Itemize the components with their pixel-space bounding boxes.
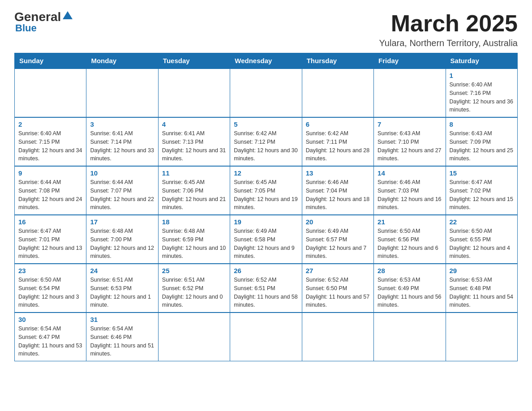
calendar-cell: 21Sunrise: 6:50 AMSunset: 6:56 PMDayligh… [374, 215, 446, 264]
day-info: Sunrise: 6:45 AMSunset: 7:05 PMDaylight:… [234, 178, 298, 212]
day-number: 24 [90, 267, 154, 274]
month-title: March 2025 [379, 11, 518, 36]
calendar-cell [302, 68, 373, 117]
day-info: Sunrise: 6:52 AMSunset: 6:51 PMDaylight:… [234, 276, 298, 309]
day-number: 4 [162, 120, 226, 128]
day-info: Sunrise: 6:51 AMSunset: 6:53 PMDaylight:… [90, 276, 154, 309]
day-number: 13 [306, 169, 370, 177]
day-number: 11 [162, 169, 226, 177]
title-block: March 2025 Yulara, Northern Territory, A… [379, 11, 518, 48]
calendar-cell: 14Sunrise: 6:46 AMSunset: 7:03 PMDayligh… [374, 166, 446, 215]
day-number: 3 [90, 120, 154, 128]
day-number: 26 [234, 267, 298, 274]
weekday-header-thursday: Thursday [302, 53, 373, 69]
day-info: Sunrise: 6:42 AMSunset: 7:11 PMDaylight:… [306, 129, 370, 163]
calendar-cell: 1Sunrise: 6:40 AMSunset: 7:16 PMDaylight… [446, 68, 517, 117]
day-info: Sunrise: 6:50 AMSunset: 6:54 PMDaylight:… [18, 276, 82, 309]
logo-triangle-icon [63, 10, 73, 22]
day-info: Sunrise: 6:44 AMSunset: 7:08 PMDaylight:… [18, 178, 82, 212]
weekday-header-sunday: Sunday [15, 53, 86, 69]
day-info: Sunrise: 6:52 AMSunset: 6:50 PMDaylight:… [306, 276, 370, 309]
calendar-cell [302, 313, 373, 361]
calendar-cell [446, 313, 517, 361]
day-info: Sunrise: 6:42 AMSunset: 7:12 PMDaylight:… [234, 129, 298, 163]
weekday-header-saturday: Saturday [446, 53, 517, 69]
calendar-cell [86, 68, 158, 117]
calendar-cell: 25Sunrise: 6:51 AMSunset: 6:52 PMDayligh… [158, 264, 230, 313]
day-info: Sunrise: 6:46 AMSunset: 7:04 PMDaylight:… [306, 178, 370, 212]
day-info: Sunrise: 6:41 AMSunset: 7:13 PMDaylight:… [162, 129, 226, 163]
day-info: Sunrise: 6:46 AMSunset: 7:03 PMDaylight:… [378, 178, 442, 212]
day-number: 2 [18, 120, 82, 128]
day-info: Sunrise: 6:47 AMSunset: 7:01 PMDaylight:… [18, 227, 82, 261]
day-info: Sunrise: 6:51 AMSunset: 6:52 PMDaylight:… [162, 276, 226, 309]
day-number: 16 [18, 218, 82, 226]
calendar-week-row: 9Sunrise: 6:44 AMSunset: 7:08 PMDaylight… [15, 166, 518, 215]
day-number: 31 [90, 316, 154, 323]
calendar-week-row: 1Sunrise: 6:40 AMSunset: 7:16 PMDaylight… [15, 68, 518, 117]
calendar-cell: 3Sunrise: 6:41 AMSunset: 7:14 PMDaylight… [86, 117, 158, 166]
day-number: 14 [378, 169, 442, 177]
day-number: 6 [306, 120, 370, 128]
calendar-cell: 28Sunrise: 6:53 AMSunset: 6:49 PMDayligh… [374, 264, 446, 313]
calendar-cell: 29Sunrise: 6:53 AMSunset: 6:48 PMDayligh… [446, 264, 517, 313]
calendar-cell: 2Sunrise: 6:40 AMSunset: 7:15 PMDaylight… [15, 117, 86, 166]
day-info: Sunrise: 6:45 AMSunset: 7:06 PMDaylight:… [162, 178, 226, 212]
weekday-header-tuesday: Tuesday [158, 53, 230, 69]
day-info: Sunrise: 6:50 AMSunset: 6:55 PMDaylight:… [450, 227, 514, 261]
calendar-cell [374, 313, 446, 361]
page-header: General Blue March 2025 Yulara, Northern… [14, 11, 518, 48]
day-number: 29 [450, 267, 514, 274]
day-number: 1 [450, 72, 514, 79]
day-number: 15 [450, 169, 514, 177]
day-info: Sunrise: 6:49 AMSunset: 6:57 PMDaylight:… [306, 227, 370, 261]
day-number: 10 [90, 169, 154, 177]
logo-blue-text: Blue [15, 22, 37, 34]
day-info: Sunrise: 6:49 AMSunset: 6:58 PMDaylight:… [234, 227, 298, 261]
day-number: 28 [378, 267, 442, 274]
calendar-cell: 10Sunrise: 6:44 AMSunset: 7:07 PMDayligh… [86, 166, 158, 215]
calendar-cell [158, 68, 230, 117]
calendar-cell: 26Sunrise: 6:52 AMSunset: 6:51 PMDayligh… [230, 264, 302, 313]
calendar-cell: 9Sunrise: 6:44 AMSunset: 7:08 PMDaylight… [15, 166, 86, 215]
day-info: Sunrise: 6:41 AMSunset: 7:14 PMDaylight:… [90, 129, 154, 163]
calendar-cell [15, 68, 86, 117]
calendar-week-row: 30Sunrise: 6:54 AMSunset: 6:47 PMDayligh… [15, 313, 518, 361]
day-info: Sunrise: 6:48 AMSunset: 6:59 PMDaylight:… [162, 227, 226, 261]
calendar-cell: 11Sunrise: 6:45 AMSunset: 7:06 PMDayligh… [158, 166, 230, 215]
calendar-cell: 7Sunrise: 6:43 AMSunset: 7:10 PMDaylight… [374, 117, 446, 166]
day-info: Sunrise: 6:53 AMSunset: 6:48 PMDaylight:… [450, 276, 514, 309]
day-info: Sunrise: 6:44 AMSunset: 7:07 PMDaylight:… [90, 178, 154, 212]
day-number: 27 [306, 267, 370, 274]
calendar-cell [374, 68, 446, 117]
day-number: 25 [162, 267, 226, 274]
day-number: 9 [18, 169, 82, 177]
calendar-cell: 8Sunrise: 6:43 AMSunset: 7:09 PMDaylight… [446, 117, 517, 166]
calendar-week-row: 23Sunrise: 6:50 AMSunset: 6:54 PMDayligh… [15, 264, 518, 313]
day-number: 18 [162, 218, 226, 226]
weekday-header-friday: Friday [374, 53, 446, 69]
calendar-cell: 22Sunrise: 6:50 AMSunset: 6:55 PMDayligh… [446, 215, 517, 264]
day-info: Sunrise: 6:40 AMSunset: 7:16 PMDaylight:… [450, 81, 514, 114]
calendar-cell: 23Sunrise: 6:50 AMSunset: 6:54 PMDayligh… [15, 264, 86, 313]
day-info: Sunrise: 6:43 AMSunset: 7:10 PMDaylight:… [378, 129, 442, 163]
calendar-cell: 5Sunrise: 6:42 AMSunset: 7:12 PMDaylight… [230, 117, 302, 166]
calendar-week-row: 2Sunrise: 6:40 AMSunset: 7:15 PMDaylight… [15, 117, 518, 166]
calendar-cell: 27Sunrise: 6:52 AMSunset: 6:50 PMDayligh… [302, 264, 373, 313]
calendar-cell: 24Sunrise: 6:51 AMSunset: 6:53 PMDayligh… [86, 264, 158, 313]
calendar-cell: 15Sunrise: 6:47 AMSunset: 7:02 PMDayligh… [446, 166, 517, 215]
day-number: 21 [378, 218, 442, 226]
day-info: Sunrise: 6:40 AMSunset: 7:15 PMDaylight:… [18, 129, 82, 163]
day-info: Sunrise: 6:53 AMSunset: 6:49 PMDaylight:… [378, 276, 442, 309]
weekday-header-row: SundayMondayTuesdayWednesdayThursdayFrid… [15, 53, 518, 69]
calendar-cell [158, 313, 230, 361]
svg-marker-0 [63, 11, 73, 19]
calendar-cell: 20Sunrise: 6:49 AMSunset: 6:57 PMDayligh… [302, 215, 373, 264]
calendar-cell: 30Sunrise: 6:54 AMSunset: 6:47 PMDayligh… [15, 313, 86, 361]
day-number: 8 [450, 120, 514, 128]
logo: General Blue [14, 11, 73, 34]
day-info: Sunrise: 6:48 AMSunset: 7:00 PMDaylight:… [90, 227, 154, 261]
calendar-cell [230, 313, 302, 361]
weekday-header-monday: Monday [86, 53, 158, 69]
day-info: Sunrise: 6:50 AMSunset: 6:56 PMDaylight:… [378, 227, 442, 261]
